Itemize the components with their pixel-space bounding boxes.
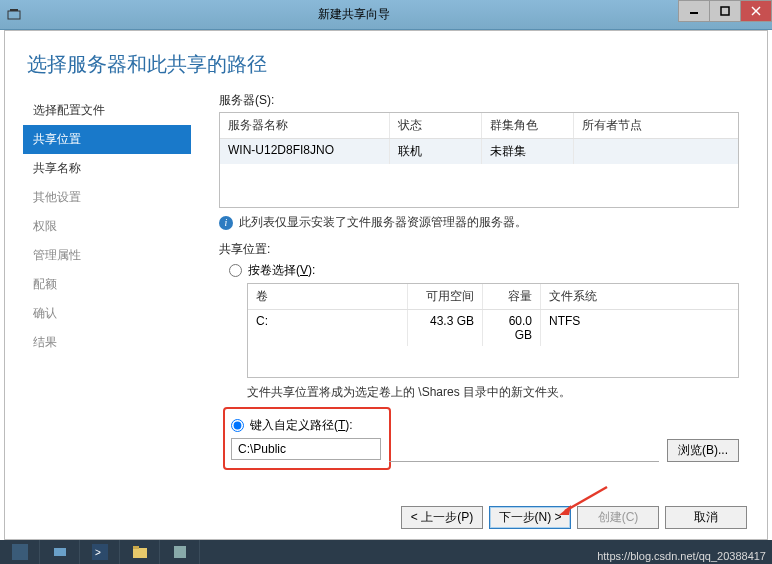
taskbar[interactable]: > <box>0 540 772 564</box>
sidebar-item-location[interactable]: 共享位置 <box>23 125 191 154</box>
sidebar-item-profile[interactable]: 选择配置文件 <box>23 96 191 125</box>
next-button[interactable]: 下一步(N) > <box>489 506 571 529</box>
cell-server-name: WIN-U12D8FI8JNO <box>220 139 390 164</box>
radio-custom-path[interactable] <box>231 419 244 432</box>
servers-label: 服务器(S): <box>219 92 739 109</box>
col-cluster-role[interactable]: 群集角色 <box>482 113 574 138</box>
custom-path-input[interactable] <box>231 438 381 460</box>
wizard-steps-sidebar: 选择配置文件 共享位置 共享名称 其他设置 权限 管理属性 配额 确认 结果 <box>5 92 191 470</box>
title-bar: 新建共享向导 <box>0 0 772 30</box>
volumes-table[interactable]: 卷 可用空间 容量 文件系统 C: 43.3 GB 60.0 GB NTFS <box>247 283 739 378</box>
window-title: 新建共享向导 <box>28 6 679 23</box>
cell-volume: C: <box>248 310 408 346</box>
cancel-button[interactable]: 取消 <box>665 506 747 529</box>
radio-by-volume-row[interactable]: 按卷选择(V): <box>229 262 739 279</box>
cell-free: 43.3 GB <box>408 310 483 346</box>
sidebar-item-confirm: 确认 <box>23 299 191 328</box>
info-note: i 此列表仅显示安装了文件服务器资源管理器的服务器。 <box>219 214 739 231</box>
svg-rect-3 <box>721 7 729 15</box>
page-heading: 选择服务器和此共享的路径 <box>5 31 767 92</box>
svg-rect-1 <box>10 9 18 11</box>
share-location-label: 共享位置: <box>219 241 739 258</box>
sidebar-item-perms: 权限 <box>23 212 191 241</box>
col-filesystem[interactable]: 文件系统 <box>541 284 738 309</box>
prev-button[interactable]: < 上一步(P) <box>401 506 483 529</box>
cell-capacity: 60.0 GB <box>483 310 541 346</box>
radio-custom-path-label: 键入自定义路径(T): <box>250 417 353 434</box>
radio-by-volume-label: 按卷选择(V): <box>248 262 315 279</box>
radio-by-volume[interactable] <box>229 264 242 277</box>
path-input-extension[interactable] <box>389 440 659 462</box>
info-text: 此列表仅显示安装了文件服务器资源管理器的服务器。 <box>239 214 527 231</box>
create-button: 创建(C) <box>577 506 659 529</box>
info-icon: i <box>219 216 233 230</box>
taskbar-server-manager-icon[interactable] <box>40 540 80 564</box>
cell-role: 未群集 <box>482 139 574 164</box>
volume-note: 文件共享位置将成为选定卷上的 \Shares 目录中的新文件夹。 <box>247 384 739 401</box>
col-status[interactable]: 状态 <box>390 113 482 138</box>
cell-status: 联机 <box>390 139 482 164</box>
radio-custom-path-row[interactable]: 键入自定义路径(T): <box>231 417 383 434</box>
sidebar-item-quota: 配额 <box>23 270 191 299</box>
svg-rect-8 <box>12 544 28 560</box>
servers-table-head: 服务器名称 状态 群集角色 所有者节点 <box>220 113 738 139</box>
sidebar-item-name[interactable]: 共享名称 <box>23 154 191 183</box>
volume-row[interactable]: C: 43.3 GB 60.0 GB NTFS <box>248 310 738 346</box>
main-panel: 服务器(S): 服务器名称 状态 群集角色 所有者节点 WIN-U12D8FI8… <box>191 92 767 470</box>
taskbar-powershell-icon[interactable]: > <box>80 540 120 564</box>
svg-text:>: > <box>95 547 101 558</box>
svg-rect-13 <box>133 546 139 549</box>
minimize-button[interactable] <box>678 0 710 22</box>
sidebar-item-mgmt: 管理属性 <box>23 241 191 270</box>
custom-path-highlight: 键入自定义路径(T): <box>223 407 391 470</box>
app-icon <box>6 7 22 23</box>
server-row[interactable]: WIN-U12D8FI8JNO 联机 未群集 <box>220 139 738 164</box>
wizard-body: 选择服务器和此共享的路径 选择配置文件 共享位置 共享名称 其他设置 权限 管理… <box>4 30 768 540</box>
svg-rect-12 <box>133 548 147 558</box>
col-capacity[interactable]: 容量 <box>483 284 541 309</box>
cell-filesystem: NTFS <box>541 310 738 346</box>
svg-rect-0 <box>8 11 20 19</box>
sidebar-item-result: 结果 <box>23 328 191 357</box>
servers-table[interactable]: 服务器名称 状态 群集角色 所有者节点 WIN-U12D8FI8JNO 联机 未… <box>219 112 739 208</box>
col-volume[interactable]: 卷 <box>248 284 408 309</box>
sidebar-item-other: 其他设置 <box>23 183 191 212</box>
svg-rect-14 <box>174 546 186 558</box>
close-button[interactable] <box>740 0 772 22</box>
svg-rect-9 <box>54 548 66 556</box>
taskbar-start-icon[interactable] <box>0 540 40 564</box>
col-owner-node[interactable]: 所有者节点 <box>574 113 738 138</box>
browse-button[interactable]: 浏览(B)... <box>667 439 739 462</box>
taskbar-explorer-icon[interactable] <box>120 540 160 564</box>
maximize-button[interactable] <box>709 0 741 22</box>
cell-owner <box>574 139 738 164</box>
col-server-name[interactable]: 服务器名称 <box>220 113 390 138</box>
col-free[interactable]: 可用空间 <box>408 284 483 309</box>
volumes-table-head: 卷 可用空间 容量 文件系统 <box>248 284 738 310</box>
wizard-button-bar: < 上一步(P) 下一步(N) > 创建(C) 取消 <box>401 506 747 529</box>
taskbar-app-icon[interactable] <box>160 540 200 564</box>
